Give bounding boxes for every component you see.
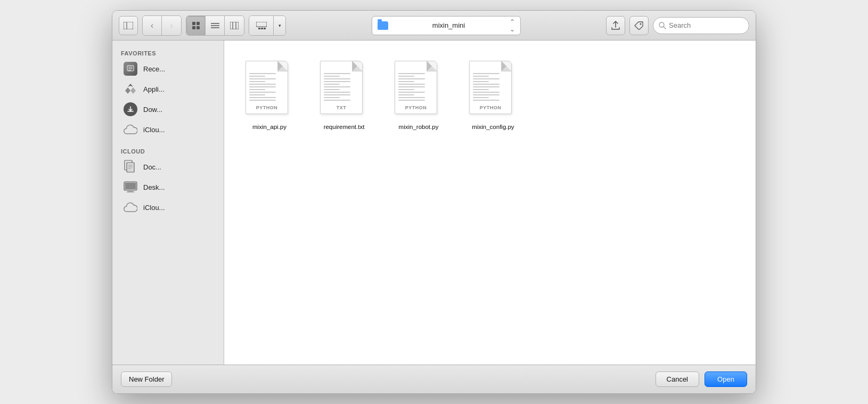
column-view-button[interactable] <box>225 16 244 35</box>
svg-rect-5 <box>196 26 200 29</box>
svg-rect-4 <box>192 26 195 29</box>
svg-rect-0 <box>124 22 133 29</box>
gallery-dropdown-button[interactable]: ▾ <box>274 16 285 35</box>
list-view-button[interactable] <box>206 16 225 35</box>
file-icon-mixin-api: PYTHON <box>245 61 293 119</box>
svg-rect-24 <box>127 163 134 172</box>
downloads-icon <box>123 102 138 117</box>
svg-rect-14 <box>261 28 263 29</box>
gallery-view-button[interactable] <box>249 16 274 35</box>
svg-point-16 <box>640 23 642 25</box>
recents-icon <box>123 61 138 76</box>
svg-rect-12 <box>256 22 267 27</box>
file-item-mixin-robot[interactable]: PYTHON mixin_robot.py <box>384 56 453 134</box>
sidebar-item-icloud-section[interactable]: iClou... <box>116 197 220 217</box>
file-type-label-3: PYTHON <box>395 105 437 110</box>
svg-rect-31 <box>127 191 134 192</box>
file-item-requirement[interactable]: TXT requirement.txt <box>309 56 379 134</box>
sidebar-item-icloud-section-label: iClou... <box>143 204 165 212</box>
share-button[interactable] <box>606 16 625 35</box>
file-type-label-2: TXT <box>321 105 362 110</box>
sidebar-item-documents[interactable]: Doc... <box>116 157 220 177</box>
apps-icon <box>123 82 138 96</box>
sidebar-item-icloud-favorites[interactable]: iClou... <box>116 119 220 140</box>
folder-icon <box>378 21 388 30</box>
file-type-label-1: PYTHON <box>246 105 288 110</box>
sidebar-item-icloud-favorites-label: iClou... <box>143 126 165 134</box>
search-bar[interactable] <box>653 17 749 34</box>
svg-rect-11 <box>230 22 239 29</box>
file-item-mixin-config[interactable]: PYTHON mixin_config.py <box>458 56 528 134</box>
cancel-button[interactable]: Cancel <box>656 371 699 387</box>
sidebar-item-applications-label: Appli... <box>143 85 165 93</box>
sidebar-item-downloads-label: Dow... <box>143 106 162 114</box>
sidebar-toggle-button[interactable] <box>119 16 138 35</box>
file-item-mixin-api[interactable]: PYTHON mixin_api.py <box>235 56 304 134</box>
new-folder-button[interactable]: New Folder <box>121 371 172 387</box>
gallery-view-group: ▾ <box>249 15 286 36</box>
toolbar: ‹ › <box>112 11 756 41</box>
file-name-mixin-robot: mixin_robot.py <box>399 124 439 130</box>
view-group <box>186 15 244 36</box>
file-icon-requirement: TXT <box>320 61 368 119</box>
search-input[interactable] <box>669 21 743 29</box>
svg-line-18 <box>664 27 666 29</box>
finder-body: Favorites Rece... <box>112 41 756 365</box>
finder-window: ‹ › <box>112 10 756 394</box>
svg-rect-13 <box>258 28 260 29</box>
forward-button[interactable]: › <box>162 16 181 35</box>
sidebar: Favorites Rece... <box>112 41 224 365</box>
sidebar-item-desktop[interactable]: Desk... <box>116 177 220 197</box>
icloud-section-label: iCloud <box>112 145 224 157</box>
file-name-mixin-config: mixin_config.py <box>472 124 514 130</box>
search-icon <box>659 22 666 29</box>
file-icon-mixin-robot: PYTHON <box>395 61 443 119</box>
content-area: PYTHON mixin_api.py <box>224 41 756 365</box>
sidebar-item-documents-label: Doc... <box>143 163 161 171</box>
svg-rect-2 <box>192 22 195 25</box>
sidebar-item-downloads[interactable]: Dow... <box>116 99 220 119</box>
nav-group: ‹ › <box>142 15 182 36</box>
tag-button[interactable] <box>629 16 649 35</box>
svg-rect-3 <box>196 22 200 25</box>
icon-view-button[interactable] <box>186 16 206 35</box>
file-name-requirement: requirement.txt <box>324 124 365 130</box>
sidebar-item-applications[interactable]: Appli... <box>116 79 220 99</box>
cloud-icon2 <box>123 200 138 215</box>
file-name-mixin-api: mixin_api.py <box>252 124 286 130</box>
file-icon-mixin-config: PYTHON <box>469 61 517 119</box>
back-button[interactable]: ‹ <box>143 16 162 35</box>
svg-rect-15 <box>264 28 266 29</box>
sidebar-item-recents-label: Rece... <box>143 65 165 73</box>
favorites-section-label: Favorites <box>112 47 224 59</box>
bottom-actions: Cancel Open <box>656 371 747 387</box>
file-type-label-4: PYTHON <box>470 105 511 110</box>
sidebar-item-desktop-label: Desk... <box>143 183 165 191</box>
location-chevron: ⌃⌄ <box>510 18 515 33</box>
desktop-icon <box>123 180 138 195</box>
bottom-bar: New Folder Cancel Open <box>112 365 756 393</box>
svg-rect-29 <box>125 183 136 189</box>
location-bar[interactable]: mixin_mini ⌃⌄ <box>372 16 521 35</box>
documents-icon <box>123 159 138 174</box>
sidebar-item-recents[interactable]: Rece... <box>116 59 220 79</box>
cloud-icon <box>123 122 138 137</box>
open-button[interactable]: Open <box>705 371 747 387</box>
location-text: mixin_mini <box>391 21 506 29</box>
